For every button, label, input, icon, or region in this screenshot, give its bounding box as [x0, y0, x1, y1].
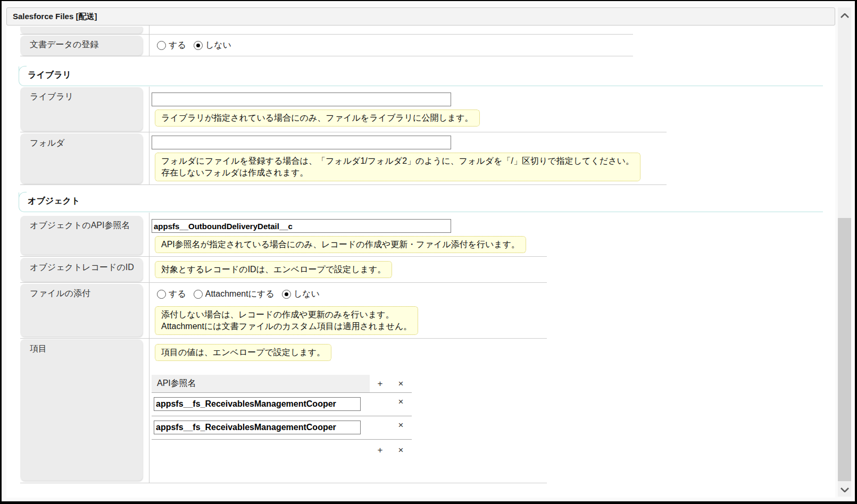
column-divider	[149, 26, 149, 34]
scrollbar-thumb[interactable]	[838, 218, 851, 481]
chevron-down-icon	[841, 488, 849, 492]
radio-label: Attachmentにする	[205, 289, 274, 300]
row-divider	[20, 282, 547, 283]
hint-text: ライブラリが指定されている場合にのみ、ファイルをライブラリに公開します。	[161, 112, 473, 124]
section-object-header: オブジェクト	[19, 192, 823, 212]
section-library-title: ライブラリ	[28, 70, 71, 79]
vertical-scrollbar	[838, 7, 851, 497]
doc-registration-option-no[interactable]: しない	[194, 40, 231, 51]
file-attach-hint: 添付しない場合は、レコードの作成や更新のみを行います。 Attachmentには…	[155, 306, 418, 335]
folder-label: フォルダ	[30, 138, 65, 147]
field-row: ×	[152, 393, 412, 416]
folder-input[interactable]	[152, 136, 451, 149]
hint-text: 添付しない場合は、レコードの作成や更新のみを行います。	[161, 309, 412, 321]
app-window: Salesforce Files [配送] 文書データの登録 する しない	[0, 0, 857, 504]
object-record-id-label: オブジェクトレコードのID	[30, 263, 134, 272]
scroll-down-button[interactable]	[838, 483, 851, 497]
hint-text: 存在しないフォルダは作成されます。	[161, 167, 634, 179]
field-row: ×	[152, 416, 412, 440]
library-label-cell: ライブラリ	[20, 87, 143, 131]
radio-label: する	[169, 289, 186, 300]
form-panel: 文書データの登録 する しない ライブラリ ライブラリ	[6, 26, 835, 498]
row-divider	[20, 56, 633, 56]
hint-text: API参照名が指定されている場合にのみ、レコードの作成や更新・ファイル添付を行い…	[161, 239, 520, 250]
column-divider	[149, 339, 149, 483]
window-title: Salesforce Files [配送]	[13, 12, 97, 22]
file-attach-option-yes[interactable]: する	[157, 289, 186, 300]
field-api-name-input[interactable]	[154, 421, 361, 434]
chevron-up-icon	[841, 13, 849, 18]
object-record-id-label-cell: オブジェクトレコードのID	[20, 258, 143, 281]
doc-registration-label: 文書データの登録	[30, 40, 98, 49]
fields-table-header: API参照名 + ×	[152, 375, 412, 392]
hint-text: Attachmentには文書ファイルのカスタム項目は適用されません。	[161, 321, 412, 332]
row-divider	[20, 338, 547, 339]
library-label: ライブラリ	[30, 92, 73, 101]
radio-checked-icon	[282, 290, 291, 299]
row-divider	[20, 483, 547, 483]
column-divider	[149, 132, 149, 184]
fields-label: 項目	[30, 344, 47, 353]
add-field-button[interactable]: +	[378, 379, 383, 388]
radio-unchecked-icon	[157, 290, 166, 299]
radio-checked-icon	[194, 41, 203, 50]
radio-label: しない	[205, 40, 231, 51]
object-api-name-hint: API参照名が指定されている場合にのみ、レコードの作成や更新・ファイル添付を行い…	[155, 236, 526, 253]
column-divider	[149, 35, 149, 56]
file-attach-label-cell: ファイルの添付	[20, 284, 143, 337]
remove-field-button[interactable]: ×	[398, 379, 404, 388]
object-record-id-hint: 対象とするレコードのIDは、エンベロープで設定します。	[155, 261, 392, 278]
field-api-name-input[interactable]	[154, 397, 361, 411]
row-divider	[20, 184, 667, 185]
window-title-bar: Salesforce Files [配送]	[6, 7, 835, 26]
library-hint: ライブラリが指定されている場合にのみ、ファイルをライブラリに公開します。	[155, 110, 480, 127]
remove-field-button[interactable]: ×	[398, 446, 404, 455]
row-divider	[20, 34, 633, 35]
hint-text: フォルダにファイルを登録する場合は、「フォルダ1/フォルダ2」のように、フォルダ…	[161, 155, 634, 167]
fields-hint: 項目の値は、エンベロープで設定します。	[155, 344, 331, 361]
section-library-header: ライブラリ	[19, 66, 823, 86]
clipped-row-label-cell	[20, 27, 143, 33]
radio-unchecked-icon	[157, 41, 166, 50]
file-attach-label: ファイルの添付	[30, 289, 90, 298]
column-divider	[149, 257, 149, 282]
object-api-name-label-cell: オブジェクトのAPI参照名	[20, 216, 143, 255]
folder-label-cell: フォルダ	[20, 133, 143, 183]
section-object-title: オブジェクト	[28, 196, 80, 205]
file-attach-option-attachment[interactable]: Attachmentにする	[194, 289, 274, 300]
fields-table-footer: + ×	[152, 440, 412, 460]
column-divider	[149, 283, 149, 338]
folder-hint: フォルダにファイルを登録する場合は、「フォルダ1/フォルダ2」のように、フォルダ…	[155, 153, 640, 181]
doc-registration-options: する しない	[157, 37, 231, 53]
file-attach-options: する Attachmentにする しない	[157, 286, 320, 302]
remove-row-button[interactable]: ×	[390, 421, 411, 430]
hint-text: 対象とするレコードのIDは、エンベロープで設定します。	[161, 264, 386, 275]
hint-text: 項目の値は、エンベロープで設定します。	[161, 347, 325, 358]
fields-label-cell: 項目	[20, 339, 143, 481]
column-divider	[149, 213, 149, 256]
doc-registration-option-yes[interactable]: する	[157, 40, 186, 51]
radio-label: する	[169, 40, 186, 51]
doc-registration-label-cell: 文書データの登録	[20, 36, 143, 55]
fields-table-header-cell: API参照名	[152, 375, 370, 392]
library-input[interactable]	[152, 93, 451, 106]
column-divider	[149, 87, 149, 132]
remove-row-button[interactable]: ×	[390, 397, 411, 406]
row-divider	[20, 132, 667, 132]
object-api-name-label: オブジェクトのAPI参照名	[30, 221, 130, 230]
row-divider	[20, 256, 547, 257]
fields-table: API参照名 + × × × + ×	[152, 375, 412, 460]
object-api-name-input[interactable]	[152, 219, 451, 233]
window-frame: Salesforce Files [配送] 文書データの登録 する しない	[2, 1, 855, 501]
scroll-up-button[interactable]	[838, 9, 851, 22]
add-field-button[interactable]: +	[378, 446, 383, 455]
file-attach-option-no[interactable]: しない	[282, 289, 320, 300]
radio-unchecked-icon	[194, 290, 203, 299]
radio-label: しない	[294, 289, 320, 300]
